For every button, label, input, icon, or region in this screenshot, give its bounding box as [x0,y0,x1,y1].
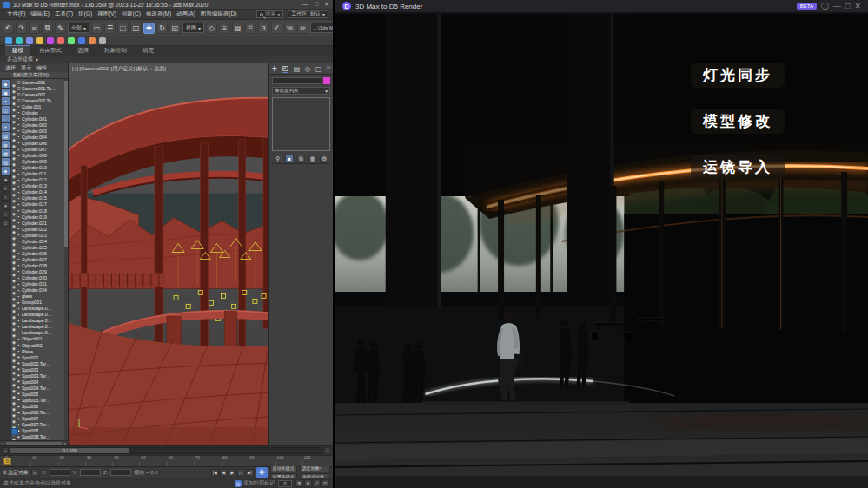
object-color-swatch[interactable] [323,77,330,84]
max-maximize-button[interactable]: □ [315,1,318,8]
explorer-row[interactable]: Camera002 [11,91,68,97]
modifier-list-dropdown[interactable]: 修改器列表 ▾ [272,87,330,95]
explorer-row[interactable]: Object002 [11,342,68,348]
explorer-row[interactable]: Cylinder.012 [11,177,68,183]
ribbon-tab[interactable]: 自由形式 [32,46,69,56]
select-and-scale-icon[interactable]: ◱ [169,23,181,34]
edit-keyboard-shortcuts-icon[interactable]: ✏ [297,23,308,34]
explorer-row[interactable]: Landscape.0… [11,306,68,312]
explorer-row[interactable]: Cylinder.027 [11,256,68,262]
explorer-vscrollbar[interactable] [64,79,68,440]
explorer-filter-icon[interactable]: ⌖ [2,123,10,131]
remove-modifier-icon[interactable]: 🗑 [308,155,317,163]
hierarchy-tab-icon[interactable]: ▤ [294,65,301,73]
explorer-row[interactable]: Group001 [11,300,68,306]
explorer-row[interactable]: glass [11,293,68,300]
align-icon[interactable]: ≡ [219,23,230,34]
previous-frame-icon[interactable]: ◀ [220,469,228,477]
explorer-row[interactable]: Cylinder.026 [11,250,68,256]
track-bar[interactable]: 0 0102030405060708090100110 [0,455,333,466]
explorer-filter-icon[interactable]: ▤ [2,132,10,140]
menu-item[interactable]: 编辑(E) [28,10,52,18]
time-slider-thumb[interactable]: 0 / 100 [10,448,129,453]
explorer-row[interactable]: Landscape.0… [11,330,68,336]
explorer-filter-icon[interactable]: ▧ [2,158,10,166]
object-paint-ribbon-icon[interactable] [36,37,43,44]
reference-coordinate-dropdown[interactable]: 视图▾ [182,23,204,33]
frame-number-spinner[interactable]: 0 [278,480,292,487]
utilities-tab-icon[interactable]: ⌗ [327,64,331,73]
explorer-row[interactable]: Cylinder.034 [11,287,68,293]
ribbon-tab[interactable]: 选择 [70,46,96,56]
modify-tab-icon[interactable]: ◰ [282,64,289,73]
explorer-row[interactable]: Spot008.Tar… [11,434,68,440]
explorer-row[interactable]: Camera001.Ta… [11,85,68,91]
percent-snap-icon[interactable]: % [284,23,295,34]
explorer-row[interactable]: Cylinder.029 [11,268,68,274]
explorer-row[interactable]: Cylinder.023 [11,232,68,238]
make-unique-icon[interactable]: ⧉ [296,155,305,163]
explorer-row[interactable]: Cylinder.024 [11,238,68,244]
select-object-icon[interactable]: ▭ [91,23,103,34]
explorer-row[interactable]: Cylinder.025 [11,244,68,250]
undo-icon[interactable]: ↶ [3,23,14,34]
menu-item[interactable]: 修改器(M) [143,10,174,18]
explorer-row[interactable]: Plane [11,348,68,354]
explorer-filter-icon[interactable]: ◫ [2,106,10,114]
explorer-filter-icon[interactable]: ▫ [2,193,10,201]
visibility-icon[interactable] [12,435,16,440]
create-tab-icon[interactable]: ✚ [272,65,278,73]
explorer-row[interactable]: Camera001 [11,79,68,85]
explorer-row[interactable]: Camera002.Ta… [11,97,68,103]
explorer-row[interactable]: Spot008 [11,428,68,434]
explorer-row[interactable]: Cylinder.008 [11,153,68,159]
ribbon-tab[interactable]: 建模 [5,45,30,56]
angle-snap-icon[interactable]: ∠ [271,23,282,34]
bind-to-space-warp-icon[interactable]: ✎ [55,23,66,34]
graphite-tools-icon[interactable]: ⌗ [245,23,256,34]
explorer-filter-icon[interactable]: ◍ [2,141,10,148]
maximize-viewport-icon[interactable]: ◰ [321,479,329,487]
explorer-row[interactable]: Spot006 [11,403,68,409]
explorer-row[interactable]: Object001 [11,336,68,342]
explorer-row[interactable]: Spot004.Tar… [11,385,68,391]
explorer-row[interactable]: Landscape.0… [11,312,68,318]
explorer-row[interactable]: Spot003.Tar… [11,373,68,379]
explorer-row[interactable]: Spot002.Tar… [11,360,68,366]
camera-viewport[interactable]: [+] [Camera002] [用户定义] [默认 + 边面] [69,63,268,445]
add-time-tag[interactable]: 添加时间标记 [243,479,275,487]
go-to-start-icon[interactable]: |◀ [211,469,219,477]
explorer-row[interactable]: Spot005 [11,391,68,397]
menu-item[interactable]: 动画(A) [174,10,198,18]
zoom-extents-icon[interactable]: ⤢ [313,479,321,487]
explorer-filter-icon[interactable]: ▾ [2,201,10,209]
rect-selection-region-icon[interactable]: ⬚ [117,23,129,34]
select-and-rotate-icon[interactable]: ↻ [156,23,168,34]
explorer-filter-icon[interactable]: ▪ [2,184,10,192]
pin-stack-icon[interactable]: ⚲ [274,155,282,163]
explorer-row[interactable]: Cylinder.004 [11,134,68,140]
explorer-filter-icon[interactable]: ▿ [2,210,10,218]
display-tab-icon[interactable]: ▢ [315,65,322,73]
unlink-selection-icon[interactable]: ⧉ [42,23,53,34]
explorer-row[interactable]: Cube.001 [11,103,68,109]
search-input[interactable]: 搜索 ▾ [256,10,283,18]
explorer-row[interactable]: Cylinder.019 [11,214,68,220]
menu-item[interactable]: 图形编辑器(D) [198,10,240,18]
explorer-row[interactable]: Cylinder.009 [11,159,68,165]
d5-minimize-button[interactable]: — [833,2,841,10]
explorer-row[interactable]: Spot004 [11,379,68,385]
window-crossing-icon[interactable]: ◫ [130,23,142,34]
x-coordinate-field[interactable] [50,469,70,476]
menu-item[interactable]: 组(G) [76,10,95,18]
explorer-row[interactable]: Cylinder.015 [11,195,68,201]
explorer-row[interactable]: Cylinder.031 [11,281,68,287]
menu-item[interactable]: 文件(F) [4,10,28,18]
modeling-ribbon-icon[interactable] [5,37,12,44]
explorer-filter-icon[interactable]: ▦ [2,149,10,157]
explorer-filter-icon[interactable]: ◌ [2,115,10,122]
explorer-filter-icon[interactable]: □ [2,219,10,227]
settings-ribbon-icon[interactable] [99,37,106,44]
freeform-ribbon-icon[interactable] [16,37,23,44]
next-frame-icon[interactable]: ▷ [237,469,245,477]
